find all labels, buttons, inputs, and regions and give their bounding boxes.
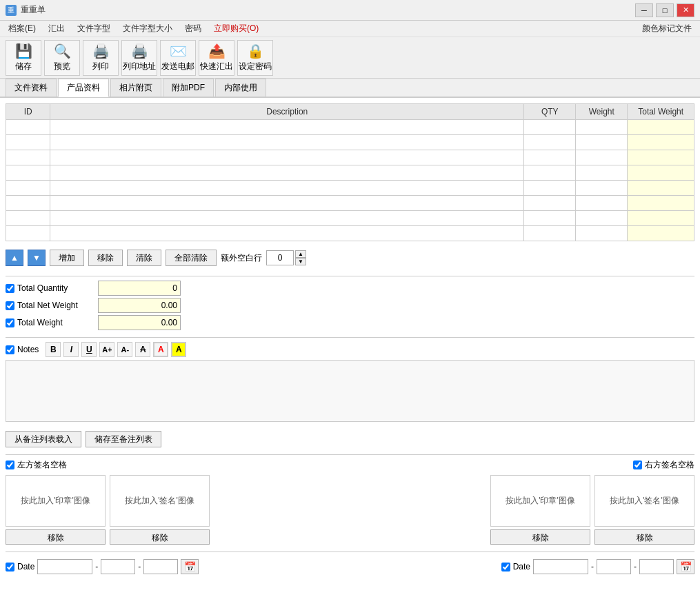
cell-weight-4[interactable] <box>576 181 628 196</box>
cell-total-weight-2[interactable] <box>628 150 694 165</box>
cell-desc-0[interactable] <box>50 120 524 135</box>
left-stamp-remove-btn[interactable]: 移除 <box>6 529 106 545</box>
cell-id-4[interactable] <box>6 181 50 196</box>
cell-weight-3[interactable] <box>576 165 628 181</box>
format-red-text-button[interactable]: A <box>153 342 168 357</box>
cell-qty-1[interactable] <box>524 135 576 150</box>
cell-id-0[interactable] <box>6 120 50 135</box>
cell-id-3[interactable] <box>6 165 50 181</box>
cell-qty-0[interactable] <box>524 120 576 135</box>
notes-textarea[interactable] <box>6 360 694 422</box>
total-quantity-checkbox[interactable] <box>6 284 14 293</box>
menu-file[interactable]: 档案(E) <box>3 21 41 36</box>
send-email-button[interactable]: ✉️ 发送电邮 <box>160 40 196 76</box>
load-notes-button[interactable]: 从备注列表载入 <box>6 431 81 447</box>
right-calendar-button[interactable]: 📅 <box>677 559 694 574</box>
total-net-weight-checkbox[interactable] <box>6 301 14 310</box>
cell-id-1[interactable] <box>6 135 50 150</box>
cell-weight-5[interactable] <box>576 196 628 211</box>
spinner-down[interactable]: ▼ <box>295 258 306 265</box>
preview-button[interactable]: 🔍 预览 <box>44 40 80 76</box>
clear-all-button[interactable]: 全部清除 <box>166 250 217 266</box>
cell-weight-7[interactable] <box>576 226 628 241</box>
format-italic-button[interactable]: I <box>63 342 79 357</box>
right-date-field-2[interactable] <box>597 559 631 574</box>
tab-pdf[interactable]: 附加PDF <box>163 79 214 97</box>
tab-internal[interactable]: 内部使用 <box>215 79 266 97</box>
cell-weight-0[interactable] <box>576 120 628 135</box>
cell-qty-7[interactable] <box>524 226 576 241</box>
left-calendar-button[interactable]: 📅 <box>181 559 199 574</box>
spinner-up[interactable]: ▲ <box>295 250 306 258</box>
cell-qty-4[interactable] <box>524 181 576 196</box>
nav-up-button[interactable]: ▲ <box>6 250 23 266</box>
format-bold-button[interactable]: B <box>46 342 61 357</box>
cell-desc-2[interactable] <box>50 150 524 165</box>
tab-file-info[interactable]: 文件资料 <box>6 79 57 97</box>
right-date-field-3[interactable] <box>639 559 674 574</box>
cell-qty-6[interactable] <box>524 211 576 226</box>
format-highlight-button[interactable]: A <box>171 342 186 357</box>
menu-font-size[interactable]: 文件字型大小 <box>117 21 178 36</box>
right-sig-checkbox[interactable] <box>633 461 642 469</box>
print-address-button[interactable]: 🖨️ 列印地址 <box>121 40 157 76</box>
right-stamp-remove-btn[interactable]: 移除 <box>490 529 590 545</box>
quick-export-button[interactable]: 📤 快速汇出 <box>199 40 234 76</box>
add-button[interactable]: 增加 <box>50 250 84 266</box>
total-weight-value[interactable] <box>98 315 181 330</box>
menu-font[interactable]: 文件字型 <box>72 21 116 36</box>
notes-checkbox[interactable] <box>6 345 14 354</box>
right-stamp-box[interactable]: 按此加入'印章'图像 <box>490 475 590 527</box>
set-password-button[interactable]: 🔒 设定密码 <box>237 40 273 76</box>
save-notes-button[interactable]: 储存至备注列表 <box>86 431 161 447</box>
total-net-weight-value[interactable] <box>98 298 181 313</box>
nav-down-button[interactable]: ▼ <box>28 250 46 266</box>
cell-total-weight-5[interactable] <box>628 196 694 211</box>
left-sign-box[interactable]: 按此加入'签名'图像 <box>110 475 210 527</box>
cell-id-5[interactable] <box>6 196 50 211</box>
cell-qty-5[interactable] <box>524 196 576 211</box>
menu-password[interactable]: 密码 <box>179 21 207 36</box>
cell-id-7[interactable] <box>6 226 50 241</box>
left-sig-checkbox[interactable] <box>6 461 14 469</box>
left-stamp-box[interactable]: 按此加入'印章'图像 <box>6 475 106 527</box>
left-date-field-3[interactable] <box>143 559 178 574</box>
cell-total-weight-6[interactable] <box>628 211 694 226</box>
close-button[interactable]: ✕ <box>677 3 694 17</box>
cell-total-weight-3[interactable] <box>628 165 694 181</box>
cell-desc-6[interactable] <box>50 211 524 226</box>
remove-button[interactable]: 移除 <box>88 250 123 266</box>
cell-desc-3[interactable] <box>50 165 524 181</box>
cell-qty-3[interactable] <box>524 165 576 181</box>
extra-rows-spinner[interactable]: ▲ ▼ <box>266 250 306 265</box>
cell-total-weight-7[interactable] <box>628 226 694 241</box>
cell-desc-1[interactable] <box>50 135 524 150</box>
cell-total-weight-0[interactable] <box>628 120 694 135</box>
cell-desc-7[interactable] <box>50 226 524 241</box>
right-sign-box[interactable]: 按此加入'签名'图像 <box>594 475 694 527</box>
right-date-checkbox[interactable] <box>501 563 510 571</box>
left-date-checkbox[interactable] <box>6 563 14 571</box>
right-date-field-1[interactable] <box>533 559 588 574</box>
cell-desc-5[interactable] <box>50 196 524 211</box>
maximize-button[interactable]: □ <box>656 3 674 17</box>
cell-total-weight-1[interactable] <box>628 135 694 150</box>
left-sign-remove-btn[interactable]: 移除 <box>110 529 210 545</box>
tab-photo[interactable]: 相片附页 <box>110 79 161 97</box>
format-smaller-button[interactable]: A- <box>117 342 132 357</box>
extra-rows-input[interactable] <box>266 250 294 265</box>
right-sign-remove-btn[interactable]: 移除 <box>594 529 694 545</box>
total-quantity-value[interactable] <box>98 281 181 296</box>
cell-total-weight-4[interactable] <box>628 181 694 196</box>
left-date-field-1[interactable] <box>37 559 92 574</box>
cell-desc-4[interactable] <box>50 181 524 196</box>
print-button[interactable]: 🖨️ 列印 <box>83 40 119 76</box>
cell-weight-2[interactable] <box>576 150 628 165</box>
cell-qty-2[interactable] <box>524 150 576 165</box>
save-button[interactable]: 💾 储存 <box>6 40 41 76</box>
left-date-field-2[interactable] <box>101 559 135 574</box>
clear-button[interactable]: 清除 <box>127 250 161 266</box>
cell-weight-1[interactable] <box>576 135 628 150</box>
menu-purchase[interactable]: 立即购买(O) <box>208 21 264 36</box>
cell-id-2[interactable] <box>6 150 50 165</box>
